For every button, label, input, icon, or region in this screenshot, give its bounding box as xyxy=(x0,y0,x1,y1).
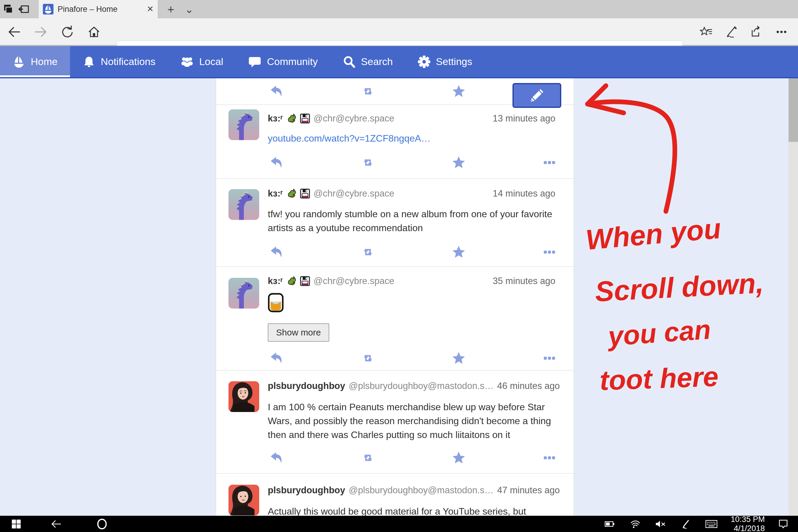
favorite-star-icon[interactable] xyxy=(452,85,466,98)
more-options-icon[interactable] xyxy=(542,246,556,259)
chat-bubble-icon xyxy=(248,55,262,68)
reply-icon[interactable] xyxy=(270,85,283,98)
toot-item: kз:ʳ @chr@cybre.space 14 minutes ago tfw… xyxy=(216,178,574,266)
dragon-avatar-image xyxy=(228,109,259,140)
favorite-star-icon[interactable] xyxy=(452,246,466,259)
toot-content: youtube.com/watch?v=1ZCF8ngqeA… xyxy=(268,132,555,146)
pen-settings-button[interactable] xyxy=(673,516,699,532)
touch-keyboard-button[interactable] xyxy=(699,516,724,532)
refresh-button[interactable] xyxy=(58,23,76,41)
tab-list-button[interactable]: ⌄ xyxy=(183,3,196,16)
amber-glass-emoji xyxy=(268,293,284,312)
cortana-circle-icon xyxy=(96,518,108,530)
new-tab-button[interactable]: + xyxy=(164,3,177,16)
dragon-avatar-image xyxy=(228,278,259,308)
browser-tab-pinafore[interactable]: Pinafore – Home ✕ xyxy=(39,0,158,18)
timestamp[interactable]: 35 minutes ago xyxy=(493,276,555,286)
compose-toot-button[interactable] xyxy=(513,83,561,108)
timestamp[interactable]: 14 minutes ago xyxy=(493,188,555,199)
reply-icon[interactable] xyxy=(270,156,283,169)
boost-icon[interactable] xyxy=(361,451,375,464)
more-options-icon[interactable] xyxy=(542,352,556,365)
timestamp[interactable]: 46 minutes ago xyxy=(497,381,560,391)
action-center-button[interactable] xyxy=(768,516,798,532)
boost-icon[interactable] xyxy=(361,85,375,98)
battery-status-button[interactable] xyxy=(597,516,623,532)
toot-link[interactable]: youtube.com/watch?v=1ZCF8ngqeA… xyxy=(268,133,431,144)
set-aside-tabs-button[interactable] xyxy=(18,3,31,16)
clock-button[interactable]: 10:35 PM 4/1/2018 xyxy=(724,516,768,532)
more-options-icon[interactable] xyxy=(542,156,556,169)
browser-tab-strip: Pinafore – Home ✕ + ⌄ xyxy=(0,0,798,18)
ellipsis-icon: ••• xyxy=(776,27,787,37)
avatar[interactable] xyxy=(228,109,259,140)
display-name: kз:ʳ xyxy=(268,113,283,124)
account-handle: @chr@cybre.space xyxy=(314,113,394,124)
start-button[interactable] xyxy=(0,516,33,532)
boost-icon[interactable] xyxy=(361,246,375,259)
web-notes-button[interactable] xyxy=(723,23,740,41)
home-icon xyxy=(87,25,101,39)
photo-avatar-image xyxy=(228,381,259,412)
nav-label-notifications: Notifications xyxy=(101,56,155,68)
taskbar-date: 4/1/2018 xyxy=(730,524,765,532)
dragon-emoji xyxy=(286,276,297,286)
back-arrow-icon xyxy=(51,519,62,529)
nav-tab-notifications[interactable]: Notifications xyxy=(70,46,168,77)
cortana-button[interactable] xyxy=(80,516,124,532)
pinafore-favicon xyxy=(43,4,54,15)
reply-icon[interactable] xyxy=(270,451,283,464)
favorites-hub-button[interactable] xyxy=(698,23,715,41)
page-scrollbar-track[interactable] xyxy=(788,78,798,516)
close-tab-icon[interactable]: ✕ xyxy=(147,5,154,13)
nav-tab-settings[interactable]: Settings xyxy=(405,46,485,77)
show-more-button[interactable]: Show more xyxy=(268,323,329,342)
dragon-emoji xyxy=(286,189,297,198)
display-name: plsburydoughboy xyxy=(268,485,345,496)
reply-icon[interactable] xyxy=(270,246,283,259)
boost-icon[interactable] xyxy=(361,156,375,169)
dragon-avatar-image xyxy=(228,189,259,220)
boost-icon[interactable] xyxy=(361,352,375,365)
stacked-tabs-icon xyxy=(2,3,14,15)
toot-item: plsburydoughboy @plsburydoughboy@mastodo… xyxy=(216,473,574,516)
nav-tab-local[interactable]: Local xyxy=(168,46,235,77)
windows-taskbar: 10:35 PM 4/1/2018 xyxy=(0,516,798,532)
tab-title: Pinafore – Home xyxy=(58,5,143,14)
tab-preview-button[interactable] xyxy=(2,3,15,16)
volume-button[interactable] xyxy=(648,516,673,532)
favorite-star-icon[interactable] xyxy=(452,451,466,464)
timestamp[interactable]: 13 minutes ago xyxy=(493,113,555,124)
settings-and-more-button[interactable]: ••• xyxy=(773,23,791,41)
set-aside-tabs-icon xyxy=(18,3,30,15)
nav-tab-search[interactable]: Search xyxy=(330,46,405,77)
avatar[interactable] xyxy=(228,278,259,308)
avatar[interactable] xyxy=(228,189,259,220)
avatar[interactable] xyxy=(228,485,259,515)
nav-tab-community[interactable]: Community xyxy=(235,46,330,77)
back-arrow-icon xyxy=(7,25,21,39)
network-status-button[interactable] xyxy=(623,516,648,532)
timestamp[interactable]: 47 minutes ago xyxy=(497,485,560,496)
toot-content: tfw! you randomly stumble on a new album… xyxy=(268,207,555,235)
share-button[interactable] xyxy=(747,23,765,41)
speaker-muted-icon xyxy=(655,520,666,528)
toot-header: plsburydoughboy @plsburydoughboy@mastodo… xyxy=(268,381,555,391)
favorite-star-icon[interactable] xyxy=(452,352,466,365)
display-name: kз:ʳ xyxy=(268,276,283,286)
nav-tab-home[interactable]: Home xyxy=(0,46,70,77)
account-handle: @plsburydoughboy@mastodon.s… xyxy=(349,485,494,496)
taskbar-back-button[interactable] xyxy=(33,516,80,532)
refresh-icon xyxy=(60,25,75,39)
home-button[interactable] xyxy=(85,23,103,41)
back-button[interactable] xyxy=(5,23,23,41)
plus-icon: + xyxy=(167,3,174,15)
toot-item: kз:ʳ @chr@cybre.space 13 minutes ago you… xyxy=(216,104,574,178)
reply-icon[interactable] xyxy=(270,352,283,365)
favorite-star-icon[interactable] xyxy=(452,156,466,169)
forward-button[interactable] xyxy=(32,23,50,41)
avatar[interactable] xyxy=(228,381,259,412)
more-options-icon[interactable] xyxy=(542,451,556,464)
page-scrollbar-thumb[interactable] xyxy=(788,78,798,142)
dragon-emoji xyxy=(286,114,297,124)
